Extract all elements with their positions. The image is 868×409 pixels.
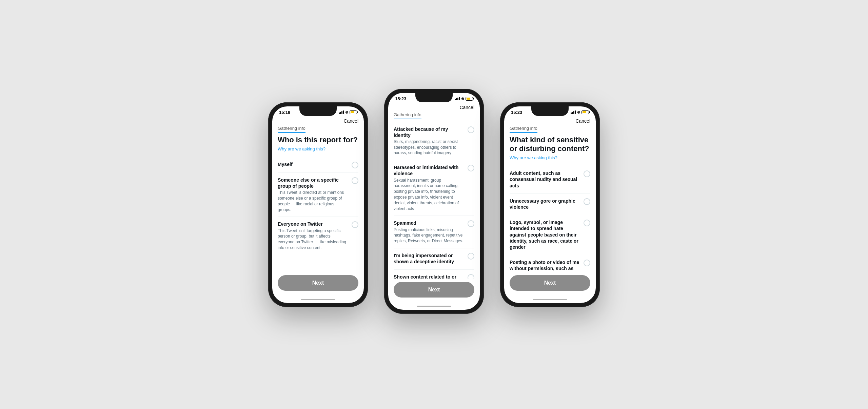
notch-center [415,93,453,102]
option-title-center-1: Harassed or intimidated with violence [394,164,464,177]
home-bar-right [533,299,567,300]
next-container-right: Next [504,272,596,296]
home-bar-left [301,299,335,300]
home-indicator-right [504,296,596,303]
signal-center [455,97,460,100]
radio-center-3[interactable] [468,253,474,260]
screen-content-left: Cancel Gathering info Who is this report… [272,116,364,296]
option-title-left-2: Everyone on Twitter [278,221,348,227]
tab-label-right: Gathering info [510,126,537,133]
cancel-button-center[interactable]: Cancel [459,105,474,110]
option-center-0[interactable]: Attacked because of my identity Slurs, m… [394,122,474,160]
notch-left [299,106,337,116]
option-desc-center-1: Sexual harassment, group harassment, ins… [394,178,464,212]
option-title-right-3: Posting a photo or video of me without p… [510,259,580,271]
option-left-2[interactable]: Everyone on Twitter This Tweet isn't tar… [278,217,358,254]
notch-right [531,106,569,116]
option-title-left-1: Someone else or a specific group of peop… [278,177,348,189]
radio-right-3[interactable] [584,260,590,266]
battery-right [581,110,589,114]
scroll-center[interactable]: Attacked because of my identity Slurs, m… [388,122,480,279]
next-container-left: Next [272,272,364,296]
radio-center-1[interactable] [468,165,474,171]
page-title-left: Who is this report for? [278,136,358,144]
screen-content-right: Cancel Gathering info What kind of sensi… [504,116,596,296]
wifi-left: ⊛ [345,110,348,115]
option-center-2[interactable]: Spammed Posting malicious links, misusin… [394,216,474,248]
option-desc-center-0: Slurs, misgendering, racist or sexist st… [394,139,464,156]
radio-right-1[interactable] [584,198,590,205]
scroll-left[interactable]: Who is this report for? Why are we askin… [272,136,364,272]
option-right-2[interactable]: Logo, symbol, or image intended to sprea… [510,215,590,255]
screen-content-center: Cancel Gathering info Attacked because o… [388,103,480,303]
battery-left [350,110,357,114]
tab-label-left: Gathering info [278,126,305,133]
option-desc-center-2: Posting malicious links, misusing hashta… [394,227,464,244]
status-icons-left: ⊛ [339,110,357,115]
option-right-0[interactable]: Adult content, such as consensual nudity… [510,166,590,193]
page-title-right: What kind of sensitive or disturbing con… [510,136,590,154]
option-center-3[interactable]: I'm being impersonated or shown a decept… [394,248,474,269]
scroll-right[interactable]: What kind of sensitive or disturbing con… [504,136,596,272]
cancel-button-left[interactable]: Cancel [343,118,358,124]
option-right-3[interactable]: Posting a photo or video of me without p… [510,255,590,271]
status-icons-center: ⊛ [455,97,473,101]
tab-section-right: Gathering info [504,125,596,136]
cancel-button-right[interactable]: Cancel [575,118,590,124]
option-title-center-4: Shown content related to or encouraged t… [394,274,464,278]
next-button-left[interactable]: Next [278,275,358,291]
radio-center-2[interactable] [468,220,474,227]
radio-center-0[interactable] [468,126,474,133]
home-bar-center [417,306,451,307]
option-title-center-0: Attacked because of my identity [394,126,464,138]
option-desc-left-1: This Tweet is directed at or mentions so… [278,190,348,212]
radio-left-1[interactable] [352,177,358,184]
option-title-right-1: Unnecessary gore or graphic violence [510,198,580,210]
option-title-right-0: Adult content, such as consensual nudity… [510,170,580,189]
option-title-center-2: Spammed [394,220,464,226]
top-bar-right: Cancel [504,116,596,125]
radio-right-2[interactable] [584,220,590,226]
battery-center [466,97,473,101]
option-left-1[interactable]: Someone else or a specific group of peop… [278,172,358,217]
wifi-right: ⊛ [577,110,580,115]
option-right-1[interactable]: Unnecessary gore or graphic violence [510,193,590,215]
phone-right: 15:23 ⊛ Cancel Gathering info [500,102,600,307]
signal-right [571,110,576,114]
time-center: 15:23 [395,96,406,101]
tab-section-left: Gathering info [272,125,364,136]
tab-section-center: Gathering info [388,111,480,122]
radio-right-0[interactable] [584,170,590,177]
option-title-left-0: Myself [278,161,348,167]
option-title-right-2: Logo, symbol, or image intended to sprea… [510,219,580,250]
time-right: 15:23 [511,110,522,115]
option-center-4[interactable]: Shown content related to or encouraged t… [394,269,474,278]
why-asking-right[interactable]: Why are we asking this? [510,155,590,160]
status-icons-right: ⊛ [571,110,589,115]
why-asking-left[interactable]: Why are we asking this? [278,146,358,151]
phone-center: 15:23 ⊛ Cancel Gathering info [384,89,484,314]
tab-label-center: Gathering info [394,112,421,119]
next-button-center[interactable]: Next [394,282,474,298]
home-indicator-center [388,303,480,310]
option-left-0[interactable]: Myself [278,157,358,172]
top-bar-center: Cancel [388,103,480,111]
time-left: 15:19 [279,110,290,115]
phone-left: 15:19 ⊛ Cancel Gathering info [268,102,368,307]
next-button-right[interactable]: Next [510,275,590,291]
wifi-center: ⊛ [461,97,464,101]
radio-center-4[interactable] [468,274,474,278]
home-indicator-left [272,296,364,303]
option-center-1[interactable]: Harassed or intimidated with violence Se… [394,160,474,216]
top-bar-left: Cancel [272,116,364,125]
option-desc-left-2: This Tweet isn't targeting a specific pe… [278,228,348,251]
radio-left-2[interactable] [352,221,358,228]
radio-left-0[interactable] [352,162,358,168]
option-title-center-3: I'm being impersonated or shown a decept… [394,252,464,265]
signal-left [339,110,344,114]
next-container-center: Next [388,279,480,303]
